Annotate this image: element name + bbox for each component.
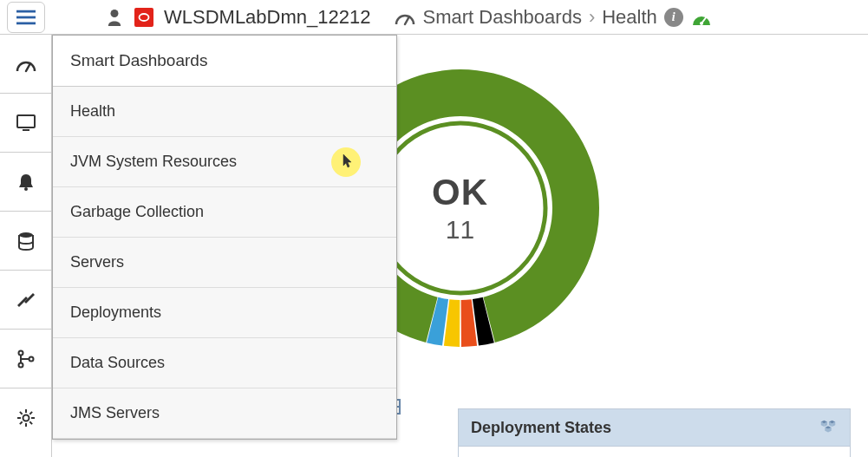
info-icon[interactable]: i bbox=[664, 8, 683, 27]
flyout-item-data-sources[interactable]: Data Sources bbox=[53, 338, 396, 388]
breadcrumb: Smart Dashboards › Health i bbox=[395, 6, 712, 29]
flyout-item-garbage-collection[interactable]: Garbage Collection bbox=[53, 187, 396, 238]
svg-rect-1 bbox=[16, 16, 36, 18]
svg-point-3 bbox=[111, 10, 119, 17]
hamburger-icon bbox=[16, 10, 36, 25]
branch-icon bbox=[16, 349, 36, 369]
svg-rect-10 bbox=[23, 129, 29, 131]
domain-name[interactable]: WLSDMLabDmn_12212 bbox=[164, 6, 370, 29]
svg-point-11 bbox=[24, 187, 28, 191]
panel-title: Deployment States bbox=[471, 419, 611, 437]
cursor-highlight bbox=[331, 147, 361, 177]
dashboard-icon bbox=[16, 54, 36, 75]
tools-icon bbox=[16, 290, 36, 310]
user-icon bbox=[107, 9, 122, 26]
donut-status-label: OK bbox=[432, 172, 488, 213]
gear-icon bbox=[16, 408, 36, 428]
svg-point-14 bbox=[18, 362, 23, 367]
flyout-item-deployments[interactable]: Deployments bbox=[53, 288, 396, 338]
top-bar: WLSDMLabDmn_12212 Smart Dashboards › Hea… bbox=[0, 0, 868, 35]
rail-item-monitor[interactable] bbox=[0, 94, 51, 153]
rail-item-tools[interactable] bbox=[0, 271, 51, 330]
breadcrumb-section[interactable]: Smart Dashboards bbox=[422, 6, 581, 29]
deployment-states-panel: Deployment States bbox=[458, 408, 851, 457]
svg-line-22 bbox=[29, 421, 32, 424]
svg-line-21 bbox=[19, 412, 22, 415]
svg-point-15 bbox=[29, 356, 33, 361]
svg-rect-9 bbox=[17, 115, 35, 127]
health-gauge-icon bbox=[690, 6, 713, 29]
rail-item-branch[interactable] bbox=[0, 330, 51, 388]
menu-toggle-button[interactable] bbox=[7, 2, 45, 33]
vendor-badge bbox=[134, 8, 153, 27]
svg-point-13 bbox=[18, 350, 23, 355]
svg-rect-2 bbox=[16, 22, 36, 24]
flyout-title[interactable]: Smart Dashboards bbox=[53, 36, 396, 87]
icon-rail bbox=[0, 35, 52, 457]
svg-point-12 bbox=[19, 232, 33, 238]
svg-line-8 bbox=[26, 63, 30, 71]
breadcrumb-page[interactable]: Health bbox=[602, 6, 657, 29]
monitor-icon bbox=[16, 113, 36, 134]
rail-item-alerts[interactable] bbox=[0, 153, 51, 212]
dashboard-icon bbox=[395, 9, 415, 26]
svg-point-4 bbox=[140, 14, 149, 21]
rail-item-dashboards[interactable] bbox=[0, 35, 51, 94]
rail-item-data[interactable] bbox=[0, 212, 51, 271]
flyout-item-servers[interactable]: Servers bbox=[53, 238, 396, 288]
bell-icon bbox=[16, 172, 36, 193]
svg-line-5 bbox=[405, 16, 409, 24]
smart-dashboards-flyout: Smart Dashboards HealthJVM System Resour… bbox=[52, 35, 397, 440]
flyout-item-health[interactable]: Health bbox=[53, 87, 396, 137]
cubes-icon[interactable] bbox=[819, 418, 838, 437]
flyout-item-jms-servers[interactable]: JMS Servers bbox=[53, 388, 396, 439]
breadcrumb-separator: › bbox=[589, 6, 595, 29]
svg-line-23 bbox=[19, 421, 22, 424]
flyout-item-jvm-system-resources[interactable]: JVM System Resources bbox=[53, 137, 396, 187]
svg-line-24 bbox=[29, 412, 32, 415]
rail-item-settings[interactable] bbox=[0, 388, 51, 447]
svg-point-16 bbox=[23, 415, 29, 421]
donut-status-count: 11 bbox=[432, 215, 488, 245]
database-icon bbox=[16, 231, 36, 251]
svg-rect-0 bbox=[16, 10, 36, 12]
